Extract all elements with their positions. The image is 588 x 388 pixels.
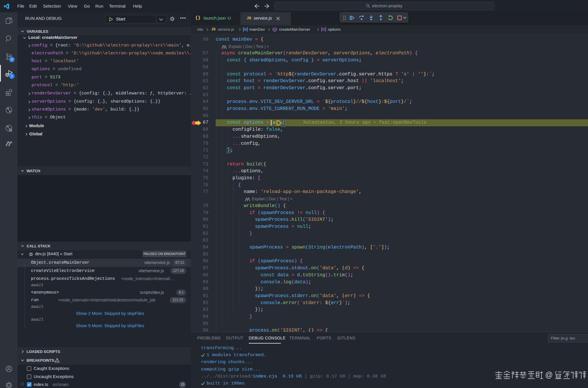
svg-text:@: @ bbox=[545, 370, 553, 379]
